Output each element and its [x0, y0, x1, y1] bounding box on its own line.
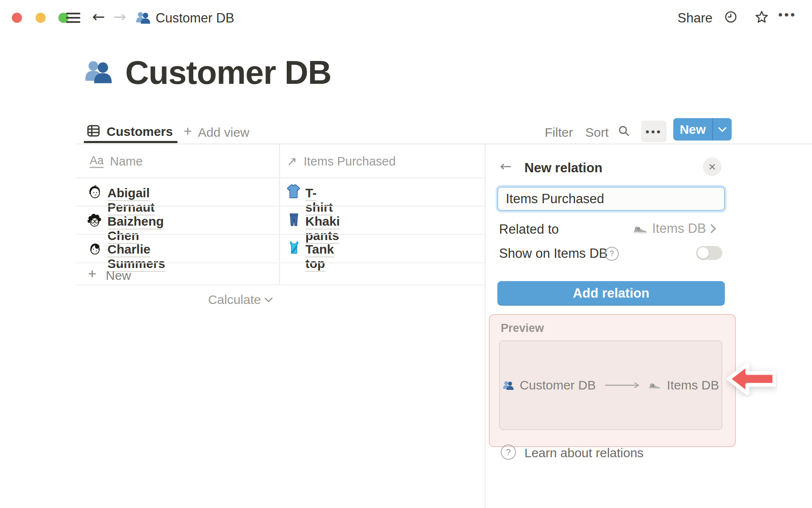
item-cell[interactable]: Tank top — [305, 242, 334, 271]
preview-source-db: Customer DB — [520, 378, 596, 392]
avatar — [87, 241, 102, 256]
ellipsis-icon: ••• — [645, 130, 662, 134]
show-on-label: Show on Items DB — [499, 246, 608, 261]
name-cell[interactable]: Charlie Summers — [107, 242, 165, 271]
add-view-button[interactable]: Add view — [198, 125, 250, 140]
close-icon: × — [708, 160, 716, 173]
panel-back-arrow-icon[interactable]: ← — [500, 159, 512, 173]
breadcrumb[interactable]: Customer DB — [156, 11, 234, 26]
calculate-button[interactable]: Calculate — [178, 293, 273, 307]
window-minimize-button[interactable] — [36, 13, 46, 23]
related-to-selector[interactable]: Items DB — [633, 221, 716, 236]
help-question-icon[interactable]: ? — [605, 247, 619, 261]
share-button[interactable]: Share — [678, 11, 713, 26]
relation-preview-diagram: Customer DB Items DB — [499, 340, 722, 430]
tanktop-icon — [287, 240, 302, 255]
updates-clock-icon[interactable] — [725, 11, 737, 23]
people-icon — [135, 10, 151, 25]
chevron-right-icon — [710, 224, 716, 234]
panel-divider[interactable] — [485, 144, 486, 508]
sneaker-icon — [633, 222, 648, 235]
name-cell[interactable]: Abigail Pernaut — [107, 186, 155, 215]
back-arrow-icon[interactable]: ← — [92, 9, 105, 25]
add-view-plus-icon[interactable]: + — [184, 124, 192, 137]
calculate-label: Calculate — [208, 293, 261, 307]
preview-target-db: Items DB — [667, 378, 719, 392]
table-view-icon — [87, 124, 100, 137]
chevron-down-icon — [264, 297, 273, 303]
relation-direction-arrow — [604, 381, 640, 389]
related-to-label: Related to — [499, 222, 559, 237]
add-row-plus-icon: + — [88, 267, 96, 280]
tshirt-icon — [286, 184, 301, 199]
footer-border — [77, 284, 485, 285]
sort-button[interactable]: Sort — [585, 125, 609, 140]
more-options-icon[interactable]: ••• — [778, 13, 797, 17]
header-border — [77, 177, 485, 178]
row-border — [77, 262, 485, 263]
new-record-button[interactable]: New — [673, 118, 732, 141]
item-cell[interactable]: Khaki pants — [305, 214, 340, 243]
item-cell[interactable]: T-shirt — [305, 186, 333, 215]
toggle-knob — [697, 247, 709, 259]
new-button-label[interactable]: New — [673, 122, 712, 137]
people-icon — [502, 380, 514, 391]
relation-name-input[interactable] — [497, 187, 725, 211]
chevron-down-icon — [718, 127, 727, 133]
sidebar-menu-icon[interactable] — [66, 10, 80, 25]
view-options-button[interactable]: ••• — [641, 121, 667, 142]
preview-label: Preview — [501, 322, 544, 335]
tab-customers[interactable]: Customers — [107, 124, 173, 139]
sneaker-icon — [648, 379, 661, 391]
panel-title: New relation — [524, 160, 602, 176]
name-cell[interactable]: Baizheng Chen — [107, 214, 164, 243]
app-window: ← → Customer DB Share ••• Customer DB Cu… — [0, 0, 812, 508]
filter-button[interactable]: Filter — [545, 125, 573, 140]
avatar — [87, 213, 102, 228]
add-relation-label: Add relation — [573, 286, 650, 301]
relation-property-icon: ↗ — [287, 154, 297, 168]
toolbar-divider — [77, 144, 812, 144]
avatar — [87, 185, 102, 199]
panel-close-button[interactable]: × — [703, 157, 721, 176]
learn-about-relations-link[interactable]: Learn about relations — [524, 446, 644, 460]
related-to-value: Items DB — [652, 221, 706, 236]
search-icon[interactable] — [618, 125, 630, 137]
favorite-star-icon[interactable] — [755, 11, 768, 23]
row-border — [77, 206, 485, 207]
add-relation-button[interactable]: Add relation — [497, 281, 725, 306]
column-header-items[interactable]: Items Purchased — [304, 155, 396, 168]
window-close-button[interactable] — [12, 13, 22, 23]
add-row-label[interactable]: New — [106, 268, 131, 283]
show-on-toggle[interactable] — [696, 246, 722, 260]
title-property-icon: Aa — [90, 154, 104, 168]
column-header-name[interactable]: Name — [110, 155, 143, 168]
learn-question-icon: ? — [501, 444, 516, 460]
page-title[interactable]: Customer DB — [125, 53, 331, 92]
active-tab-underline — [84, 141, 178, 143]
page-icon-people[interactable] — [84, 58, 112, 86]
jeans-icon — [287, 212, 301, 227]
annotation-red-arrow-icon — [726, 361, 777, 397]
row-border — [77, 234, 485, 235]
new-button-chevron[interactable] — [713, 127, 732, 133]
column-divider[interactable] — [279, 144, 280, 285]
forward-arrow-icon[interactable]: → — [113, 9, 126, 25]
